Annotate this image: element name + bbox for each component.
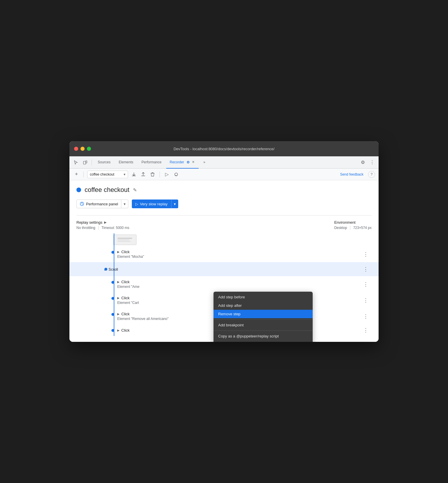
context-menu: Add step before Add step after Remove st… [214, 292, 313, 342]
step-dot-5 [111, 313, 114, 316]
perf-panel-label: Performance panel [86, 202, 118, 206]
titlebar: DevTools - localhost:8080/docs/devtools/… [69, 141, 379, 156]
step-4-menu-btn[interactable]: ⋮ [362, 297, 369, 304]
export-btn[interactable] [130, 171, 137, 178]
recording-selector[interactable]: coffee checkout ▾ [87, 171, 128, 178]
timeout-value: Timeout: 5000 ms [102, 226, 130, 230]
step-row-click-mocha: ▶ Click Element "Mocha" ⋮ [76, 246, 372, 262]
record-btn[interactable] [173, 171, 180, 178]
action-row: Performance panel ▾ ▷ Very slow replay ▾ [76, 200, 372, 208]
tab-divider-1 [92, 160, 92, 165]
step-3-expand-arrow: ▶ [117, 280, 120, 284]
traffic-lights [74, 147, 91, 151]
step-3-content: ▶ Click Element "Ame [117, 280, 362, 289]
recording-selector-label: coffee checkout [90, 172, 114, 176]
step-1-title: ▶ Click [117, 250, 362, 254]
toolbar-divider-1 [83, 172, 84, 177]
ctx-add-step-before[interactable]: Add step before [214, 293, 313, 301]
step-3-detail: Element "Ame [117, 285, 362, 289]
settings-values: No throttling Timeout: 5000 ms [76, 226, 129, 230]
steps-container: ▶ Click Element "Mocha" ⋮ ▶ Scroll ⋮ [76, 233, 372, 336]
tab-performance[interactable]: Performance [138, 156, 165, 169]
tab-more[interactable]: » [200, 156, 209, 169]
step-2-title: ▶ Scroll [104, 267, 362, 272]
perf-panel-dropdown-icon[interactable]: ▾ [121, 200, 128, 208]
minimize-button[interactable] [80, 147, 85, 151]
ctx-add-breakpoint[interactable]: Add breakpoint [214, 321, 313, 329]
settings-row: Replay settings ▶ No throttling Timeout:… [76, 220, 372, 230]
new-recording-btn[interactable]: + [73, 171, 80, 178]
tab-sources[interactable]: Sources [94, 156, 114, 169]
settings-expand-arrow: ▶ [104, 220, 106, 224]
window-title: DevTools - localhost:8080/docs/devtools/… [174, 147, 274, 151]
import-btn[interactable] [140, 171, 147, 178]
recording-header: coffee checkout ✎ [76, 186, 372, 194]
step-dot-4 [111, 297, 114, 300]
step-6-menu-btn[interactable]: ⋮ [362, 327, 369, 334]
section-divider [76, 215, 372, 216]
env-values: Desktop 723×574 px [334, 226, 372, 230]
ctx-copy-as[interactable]: Copy as › [214, 340, 313, 342]
delete-recording-btn[interactable] [149, 171, 156, 178]
chevron-down-icon: ▾ [124, 172, 125, 176]
ctx-copy-puppeteer[interactable]: Copy as a @puppeteer/replay script [214, 332, 313, 340]
perf-panel-button[interactable]: Performance panel ▾ [76, 200, 128, 208]
replay-button-main[interactable]: ▷ Very slow replay [132, 200, 172, 208]
step-thumbnail [113, 235, 136, 245]
help-btn[interactable]: ? [368, 171, 375, 178]
step-1-detail: Element "Mocha" [117, 255, 362, 259]
ctx-remove-step[interactable]: Remove step [214, 310, 313, 318]
resolution-value: 723×574 px [353, 226, 372, 230]
tab-close-recorder[interactable]: ✕ [191, 160, 195, 164]
cursor-icon-btn[interactable] [72, 158, 80, 167]
step-1-content: ▶ Click Element "Mocha" [117, 250, 362, 259]
step-dot-1 [111, 251, 114, 254]
more-options-icon-btn[interactable]: ⋮ [368, 158, 376, 167]
svg-rect-1 [86, 161, 87, 163]
ctx-divider-1 [214, 319, 313, 320]
svg-rect-0 [83, 161, 86, 164]
step-row-scroll: ▶ Scroll ⋮ [69, 262, 379, 276]
env-sep [350, 226, 350, 230]
settings-icon-btn[interactable]: ⚙ [359, 158, 367, 167]
step-2-menu-btn[interactable]: ⋮ [362, 266, 369, 273]
recording-title: coffee checkout [85, 186, 130, 194]
step-5-expand-arrow: ▶ [117, 312, 120, 316]
step-5-type: Click [121, 312, 130, 316]
toolbar-divider-2 [160, 172, 160, 177]
play-recording-btn[interactable]: ▷ [163, 171, 170, 178]
throttling-value: No throttling [76, 226, 95, 230]
recording-status-dot [76, 188, 81, 192]
close-button[interactable] [74, 147, 78, 151]
edit-pencil-icon[interactable]: ✎ [133, 187, 137, 193]
main-content: coffee checkout ✎ Performance panel ▾ ▷ [69, 180, 379, 342]
step-2-type: Scroll [108, 267, 118, 272]
svg-point-3 [188, 162, 189, 163]
tab-recorder[interactable]: Recorder ✕ [166, 156, 199, 169]
timeline-line [114, 233, 114, 336]
send-feedback-link[interactable]: Send feedback [340, 172, 363, 176]
replay-settings-label[interactable]: Replay settings ▶ [76, 220, 129, 225]
step-dot-6 [111, 329, 114, 332]
recorder-toolbar: + coffee checkout ▾ ▷ [69, 169, 379, 180]
perf-panel-main[interactable]: Performance panel [77, 200, 121, 208]
maximize-button[interactable] [87, 147, 91, 151]
step-5-menu-btn[interactable]: ⋮ [362, 313, 369, 320]
replay-settings-section: Replay settings ▶ No throttling Timeout:… [76, 220, 129, 230]
step-4-type: Click [121, 296, 130, 300]
step-row-click-ame: ▶ Click Element "Ame ⋮ [76, 276, 372, 292]
step-1-menu-btn[interactable]: ⋮ [362, 251, 369, 258]
step-2-content: ▶ Scroll [104, 267, 362, 272]
device-toggle-btn[interactable] [81, 158, 89, 167]
step-3-menu-btn[interactable]: ⋮ [362, 281, 369, 288]
devtools-window: DevTools - localhost:8080/docs/devtools/… [69, 141, 379, 342]
settings-sep [98, 226, 99, 230]
tab-elements[interactable]: Elements [115, 156, 137, 169]
step-1-type: Click [121, 250, 130, 254]
replay-button[interactable]: ▷ Very slow replay ▾ [132, 200, 178, 208]
ctx-add-step-after[interactable]: Add step after [214, 301, 313, 310]
replay-dropdown-icon[interactable]: ▾ [172, 200, 178, 208]
step-3-title: ▶ Click [117, 280, 362, 284]
desktop-value: Desktop [334, 226, 347, 230]
ctx-divider-2 [214, 330, 313, 331]
